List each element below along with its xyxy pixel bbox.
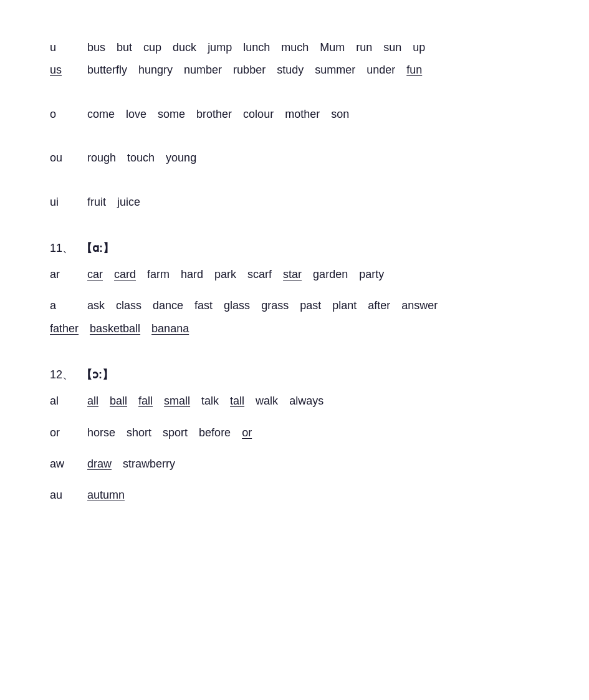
a-line1: a ask class dance fast glass grass past … bbox=[50, 295, 539, 315]
word-son: son bbox=[331, 104, 349, 124]
word-hungry: hungry bbox=[138, 60, 173, 80]
word-love: love bbox=[126, 104, 146, 124]
u-line1: u bus but cup duck jump lunch much Mum r… bbox=[50, 37, 539, 57]
word-study: study bbox=[277, 60, 304, 80]
word-come: come bbox=[87, 104, 115, 124]
word-ball: ball bbox=[110, 391, 127, 411]
word-but: but bbox=[117, 37, 132, 57]
word-autumn: autumn bbox=[87, 485, 125, 505]
word-brother: brother bbox=[196, 104, 232, 124]
word-strawberry: strawberry bbox=[123, 454, 175, 474]
section-12: 12、 【ɔ:】 al all ball fall small talk tal… bbox=[50, 367, 539, 506]
ar-words: car card farm hard park scarf star garde… bbox=[87, 264, 384, 284]
ui-section: ui fruit juice bbox=[50, 192, 539, 212]
al-line: al all ball fall small talk tall walk al… bbox=[50, 391, 539, 411]
word-sport: sport bbox=[163, 423, 188, 443]
word-card: card bbox=[114, 264, 136, 284]
word-small: small bbox=[164, 391, 190, 411]
word-or: or bbox=[242, 423, 252, 443]
word-run: run bbox=[356, 37, 372, 57]
word-father: father bbox=[50, 319, 79, 338]
word-short: short bbox=[127, 423, 151, 443]
word-fast: fast bbox=[194, 295, 213, 315]
word-garden: garden bbox=[313, 264, 348, 284]
ui-label: ui bbox=[50, 192, 81, 212]
section-11-phoneme: 【ɑ:】 bbox=[81, 241, 114, 256]
word-before: before bbox=[199, 423, 231, 443]
word-horse: horse bbox=[87, 423, 115, 443]
word-much: much bbox=[281, 37, 309, 57]
section-12-phoneme: 【ɔ:】 bbox=[81, 367, 113, 382]
word-grass: grass bbox=[261, 295, 289, 315]
aw-words: draw strawberry bbox=[87, 454, 175, 474]
ui-line1: ui fruit juice bbox=[50, 192, 539, 212]
u-label: u bbox=[50, 37, 81, 57]
word-draw: draw bbox=[87, 454, 112, 474]
section-11: 11、 【ɑ:】 ar car card farm hard park scar… bbox=[50, 241, 539, 338]
aw-line: aw draw strawberry bbox=[50, 454, 539, 474]
word-banana: banana bbox=[151, 319, 189, 338]
section-11-header: 11、 【ɑ:】 bbox=[50, 241, 539, 256]
or-label: or bbox=[50, 423, 81, 443]
word-lunch: lunch bbox=[243, 37, 270, 57]
o-words: come love some brother colour mother son bbox=[87, 104, 349, 124]
word-glass: glass bbox=[224, 295, 250, 315]
word-walk: walk bbox=[256, 391, 278, 411]
a-words-1: ask class dance fast glass grass past pl… bbox=[87, 295, 438, 315]
ou-line1: ou rough touch young bbox=[50, 148, 539, 168]
u-words-2: butterfly hungry number rubber study sum… bbox=[87, 60, 422, 80]
word-summer: summer bbox=[315, 60, 355, 80]
o-section: o come love some brother colour mother s… bbox=[50, 104, 539, 124]
word-park: park bbox=[214, 264, 236, 284]
word-jump: jump bbox=[208, 37, 232, 57]
word-answer: answer bbox=[401, 295, 438, 315]
word-hard: hard bbox=[181, 264, 203, 284]
word-under: under bbox=[366, 60, 395, 80]
word-up: up bbox=[413, 37, 425, 57]
u-words-1: bus but cup duck jump lunch much Mum run… bbox=[87, 37, 425, 57]
word-car: car bbox=[87, 264, 103, 284]
word-colour: colour bbox=[243, 104, 274, 124]
section-12-header: 12、 【ɔ:】 bbox=[50, 367, 539, 382]
al-label: al bbox=[50, 391, 81, 411]
au-line: au autumn bbox=[50, 485, 539, 505]
ar-line: ar car card farm hard park scarf star ga… bbox=[50, 264, 539, 284]
word-all: all bbox=[87, 391, 98, 411]
word-star: star bbox=[283, 264, 302, 284]
word-plant: plant bbox=[332, 295, 357, 315]
word-after: after bbox=[368, 295, 390, 315]
ar-label: ar bbox=[50, 264, 81, 284]
u-line2: us butterfly hungry number rubber study … bbox=[50, 60, 539, 80]
a-words-2: father basketball banana bbox=[50, 319, 189, 338]
word-ask: ask bbox=[87, 295, 105, 315]
word-fruit: fruit bbox=[87, 192, 106, 212]
word-farm: farm bbox=[147, 264, 170, 284]
word-scarf: scarf bbox=[247, 264, 272, 284]
ou-words: rough touch young bbox=[87, 148, 196, 168]
word-butterfly: butterfly bbox=[87, 60, 127, 80]
word-cup: cup bbox=[143, 37, 161, 57]
word-talk: talk bbox=[201, 391, 219, 411]
or-line: or horse short sport before or bbox=[50, 423, 539, 443]
al-words: all ball fall small talk tall walk alway… bbox=[87, 391, 323, 411]
o-label: o bbox=[50, 104, 81, 124]
a-label: a bbox=[50, 295, 81, 315]
u-section: u bus but cup duck jump lunch much Mum r… bbox=[50, 37, 539, 80]
word-rubber: rubber bbox=[233, 60, 266, 80]
word-young: young bbox=[166, 148, 196, 168]
word-some: some bbox=[158, 104, 185, 124]
word-juice: juice bbox=[117, 192, 140, 212]
or-words: horse short sport before or bbox=[87, 423, 252, 443]
word-sun: sun bbox=[383, 37, 401, 57]
word-fun: fun bbox=[406, 60, 422, 80]
section-12-number: 12、 bbox=[50, 367, 74, 382]
au-label: au bbox=[50, 485, 81, 505]
aw-label: aw bbox=[50, 454, 81, 474]
au-words: autumn bbox=[87, 485, 125, 505]
word-mother: mother bbox=[285, 104, 320, 124]
page-content: u bus but cup duck jump lunch much Mum r… bbox=[50, 37, 539, 506]
ou-section: ou rough touch young bbox=[50, 148, 539, 168]
us-label: us bbox=[50, 60, 81, 80]
word-class: class bbox=[116, 295, 141, 315]
o-line1: o come love some brother colour mother s… bbox=[50, 104, 539, 124]
